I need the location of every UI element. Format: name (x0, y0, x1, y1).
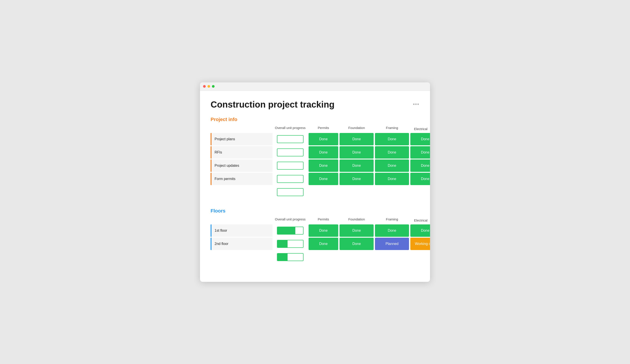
status-permits[interactable]: Done (308, 146, 338, 159)
status-foundation[interactable]: Done (340, 224, 374, 237)
status-permits[interactable]: Done (308, 173, 338, 185)
floors-section: Floors Overall unit progress Permits Fou… (210, 208, 420, 263)
progress-cell[interactable] (272, 227, 308, 235)
empty-label (210, 251, 272, 263)
header-empty (210, 217, 272, 223)
title-bar (200, 82, 430, 91)
project-info-section: Project info Overall unit progress Permi… (210, 117, 420, 198)
extra-row (210, 186, 420, 198)
progress-bar (277, 149, 304, 156)
row-label-cell: RFIs (210, 146, 272, 159)
progress-cell[interactable] (272, 162, 308, 170)
status-foundation[interactable]: Done (340, 160, 374, 172)
progress-bar (277, 175, 304, 183)
project-info-header: Overall unit progress Permits Foundation… (210, 126, 420, 132)
row-label: RFIs (212, 150, 222, 154)
table-row: RFIs Done Done Done Done (210, 146, 420, 159)
header-foundation: Foundation (339, 126, 374, 132)
project-info-table: Overall unit progress Permits Foundation… (210, 126, 420, 198)
row-label: Project plans (212, 137, 235, 141)
app-window: Construction project tracking ••• Projec… (200, 82, 430, 282)
status-electrical[interactable]: Done (410, 133, 430, 145)
header-electrical: Electrical + (410, 126, 430, 132)
progress-bar (277, 135, 304, 143)
status-framing[interactable]: Done (375, 173, 409, 185)
header-overall-progress: Overall unit progress (272, 217, 308, 223)
header-framing: Framing (374, 126, 410, 132)
row-label: Form permits (212, 177, 235, 181)
project-info-title: Project info (210, 117, 420, 122)
maximize-dot[interactable] (212, 85, 214, 88)
status-framing[interactable]: Planned (375, 238, 409, 250)
row-label: 1st floor (212, 229, 227, 233)
status-electrical[interactable]: Working on it (410, 238, 430, 250)
floors-table: Overall unit progress Permits Foundation… (210, 217, 420, 263)
status-electrical[interactable]: Done (410, 173, 430, 185)
status-permits[interactable]: Done (308, 224, 338, 237)
row-label-cell: Form permits (210, 173, 272, 185)
row-label-cell: 1st floor (210, 224, 272, 237)
status-permits[interactable]: Done (308, 238, 338, 250)
header-permits: Permits (308, 126, 339, 132)
progress-cell[interactable] (272, 135, 308, 143)
progress-cell[interactable] (272, 240, 308, 248)
status-permits[interactable]: Done (308, 133, 338, 145)
progress-bar (277, 227, 304, 235)
progress-bar (277, 240, 304, 248)
main-content: Construction project tracking ••• Projec… (200, 91, 430, 282)
floors-header: Overall unit progress Permits Foundation… (210, 217, 420, 223)
progress-bar (277, 253, 304, 261)
status-foundation[interactable]: Done (340, 133, 374, 145)
page-header: Construction project tracking ••• (210, 100, 420, 110)
status-electrical[interactable]: Done (410, 146, 430, 159)
progress-bar (277, 162, 304, 170)
status-framing[interactable]: Done (375, 160, 409, 172)
floors-title: Floors (210, 208, 420, 214)
status-foundation[interactable]: Done (340, 173, 374, 185)
status-electrical[interactable]: Done (410, 160, 430, 172)
minimize-dot[interactable] (208, 85, 210, 88)
status-foundation[interactable]: Done (340, 146, 374, 159)
extra-row (210, 251, 420, 263)
progress-cell[interactable] (272, 251, 308, 263)
empty-label (210, 186, 272, 198)
progress-cell[interactable] (272, 149, 308, 156)
header-foundation: Foundation (339, 217, 374, 223)
row-label-cell: Project plans (210, 133, 272, 145)
progress-cell[interactable] (272, 175, 308, 183)
status-framing[interactable]: Done (375, 133, 409, 145)
header-electrical: Electrical + (410, 217, 430, 223)
header-permits: Permits (308, 217, 339, 223)
status-framing[interactable]: Done (375, 224, 409, 237)
more-options-icon[interactable]: ••• (413, 101, 420, 107)
row-label-cell: Project updates (210, 160, 272, 172)
table-row: Project updates Done Done Done Done (210, 160, 420, 172)
progress-bar (277, 188, 304, 196)
progress-cell[interactable] (272, 186, 308, 198)
row-label: Project updates (212, 164, 239, 168)
page-title: Construction project tracking (210, 100, 334, 110)
table-row: Form permits Done Done Done Done (210, 173, 420, 185)
row-label-cell: 2nd floor (210, 238, 272, 250)
header-empty (210, 126, 272, 132)
status-electrical[interactable]: Done (410, 224, 430, 237)
header-framing: Framing (374, 217, 410, 223)
table-row: 2nd floor Done Done Planned Working on i… (210, 238, 420, 250)
row-label: 2nd floor (212, 242, 228, 246)
status-foundation[interactable]: Done (340, 238, 374, 250)
close-dot[interactable] (203, 85, 206, 88)
table-row: Project plans Done Done Done Done (210, 133, 420, 145)
status-permits[interactable]: Done (308, 160, 338, 172)
header-overall-progress: Overall unit progress (272, 126, 308, 132)
table-row: 1st floor Done Done Done Done (210, 224, 420, 237)
status-framing[interactable]: Done (375, 146, 409, 159)
